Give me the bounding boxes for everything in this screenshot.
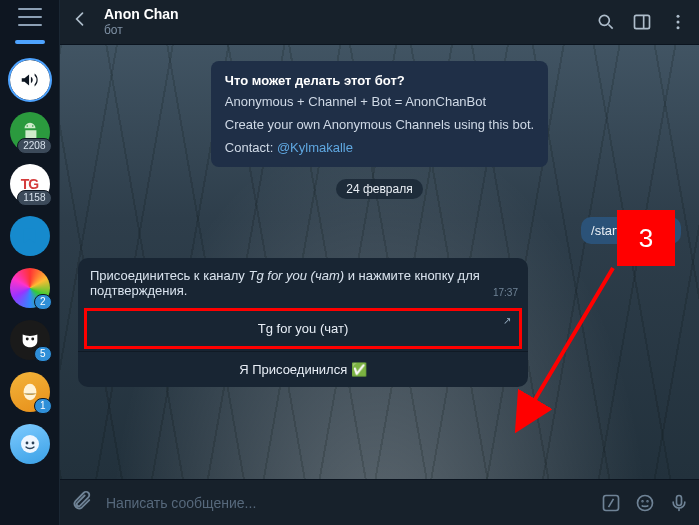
annotation-step-number: 3 [617, 210, 675, 266]
contact-label: Contact: [225, 140, 277, 155]
chat-shortcut-face[interactable] [10, 424, 50, 464]
chat-title: Anon Chan [104, 6, 581, 22]
bot-info-question: Что может делать этот бот? [225, 73, 534, 88]
svg-point-4 [23, 384, 36, 401]
chat-shortcut-tg[interactable]: TG 1158 [10, 164, 50, 204]
chat-shortcut-bullhorn[interactable] [10, 60, 50, 100]
incoming-time: 17:37 [493, 287, 518, 298]
svg-point-11 [677, 15, 680, 18]
svg-point-15 [638, 495, 653, 510]
hamburger-menu-icon[interactable] [18, 8, 42, 26]
chat-subtitle: бот [104, 22, 581, 38]
inline-button-join-channel[interactable]: Tg for you (чат) ↗ [84, 308, 522, 349]
chat-header: Anon Chan бот [60, 0, 699, 45]
svg-point-16 [642, 500, 643, 501]
message-input[interactable] [106, 495, 587, 511]
unread-badge: 1 [34, 398, 52, 414]
chat-shortcut-saved[interactable] [10, 216, 50, 256]
bot-info-contact: Contact: @Kylmakalle [225, 140, 534, 155]
unread-badge: 2208 [17, 138, 51, 154]
svg-point-3 [31, 338, 34, 341]
svg-point-13 [677, 26, 680, 29]
message-input-bar [60, 479, 699, 525]
active-indicator [15, 40, 45, 44]
svg-point-17 [647, 500, 648, 501]
svg-point-12 [677, 21, 680, 24]
face-avatar [10, 424, 50, 464]
bullhorn-icon [10, 60, 50, 100]
chat-shortcut-rainbow[interactable]: 2 [10, 268, 50, 308]
svg-point-8 [599, 15, 609, 25]
commands-icon[interactable] [601, 493, 621, 513]
inline-button-label: Я Присоединился ✅ [239, 362, 367, 377]
svg-point-7 [31, 442, 34, 445]
external-link-icon: ↗ [503, 315, 511, 326]
voice-icon[interactable] [669, 493, 689, 513]
svg-point-1 [31, 125, 33, 127]
incoming-message[interactable]: Присоединитесь к каналу Tg for you (чат)… [78, 258, 528, 387]
chat-title-block[interactable]: Anon Chan бот [104, 6, 581, 38]
bookmark-icon [10, 216, 50, 256]
main-panel: Anon Chan бот Что может делать этот бот?… [60, 0, 699, 525]
chat-shortcut-android[interactable]: 2208 [10, 112, 50, 152]
date-separator: 24 февраля [336, 179, 422, 199]
incoming-pre: Присоединитесь к каналу [90, 268, 248, 283]
bot-info-line1: Anonymous + Channel + Bot = AnonChanBot [225, 94, 534, 109]
svg-rect-9 [635, 15, 650, 28]
chat-area[interactable]: Что может делать этот бот? Anonymous + C… [60, 45, 699, 479]
svg-point-2 [25, 338, 28, 341]
unread-badge: 1158 [17, 190, 51, 206]
svg-rect-18 [677, 495, 682, 505]
incoming-text: Присоединитесь к каналу Tg for you (чат)… [78, 258, 528, 304]
incoming-channel: Tg for you (чат) [248, 268, 344, 283]
bot-info-line2: Create your own Anonymous Channels using… [225, 117, 534, 132]
search-icon[interactable] [595, 11, 617, 33]
contact-handle[interactable]: @Kylmakalle [277, 140, 353, 155]
inline-button-confirm-joined[interactable]: Я Присоединился ✅ [78, 351, 528, 387]
svg-point-5 [21, 435, 39, 453]
emoji-icon[interactable] [635, 493, 655, 513]
unread-badge: 5 [34, 346, 52, 362]
chat-shortcut-egg[interactable]: 1 [10, 372, 50, 412]
svg-point-0 [26, 125, 28, 127]
inline-button-label: Tg for you (чат) [258, 321, 348, 336]
chat-shortcut-mask[interactable]: 5 [10, 320, 50, 360]
unread-badge: 2 [34, 294, 52, 310]
bot-info-card: Что может делать этот бот? Anonymous + C… [211, 61, 548, 167]
chat-list-sidebar: 2208 TG 1158 2 5 1 [0, 0, 60, 525]
back-icon[interactable] [70, 9, 90, 35]
attach-icon[interactable] [70, 490, 92, 516]
outgoing-text: /start [591, 223, 620, 238]
sidepanel-icon[interactable] [631, 11, 653, 33]
more-icon[interactable] [667, 11, 689, 33]
svg-point-6 [25, 442, 28, 445]
